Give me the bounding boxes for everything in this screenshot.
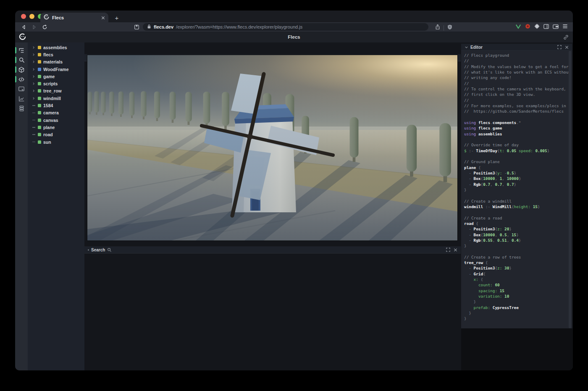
window-controls[interactable] [21, 14, 43, 19]
editor-panel: Editor // Flecs playground//// Modify th… [461, 44, 572, 328]
side-panel-icon[interactable] [543, 24, 549, 29]
code-line: // writing any code! [464, 75, 572, 80]
code-line: - Position3{z: 20} [464, 226, 572, 232]
chevron-right-icon[interactable] [32, 60, 36, 63]
chevron-right-icon[interactable] [32, 53, 36, 56]
fullscreen-icon[interactable] [446, 248, 450, 252]
chevron-right-icon[interactable] [32, 89, 36, 92]
chevron-right-icon[interactable] [32, 97, 36, 100]
magnifier-icon [107, 248, 112, 252]
fullscreen-icon[interactable] [557, 45, 562, 49]
entity-color-square [38, 111, 41, 114]
extension-v-icon[interactable] [515, 24, 521, 29]
url-bar[interactable]: flecs.dev /explorer/?wasm=https://www.fl… [143, 23, 428, 31]
code-line: - Box{10000, 0.5, 15} [464, 232, 572, 238]
code-line: plane { [464, 165, 572, 170]
bookmark-tab-icon[interactable] [134, 24, 139, 32]
search-panel-header[interactable]: Search [84, 246, 461, 254]
code-line: prefab: CypressTree [464, 305, 572, 310]
entity-label: game [43, 74, 55, 79]
forward-icon[interactable] [32, 24, 37, 30]
tree-item-assemblies[interactable]: assemblies [28, 44, 84, 51]
entity-label: windmill [43, 96, 61, 101]
leaf-dash-icon [32, 134, 36, 135]
share-icon[interactable] [435, 24, 440, 32]
canvas-3d-view[interactable] [87, 55, 457, 240]
leaf-dash-icon [32, 113, 36, 114]
rail-tool-script-editor[interactable] [15, 74, 28, 84]
tree-item-road[interactable]: road [28, 131, 84, 138]
reload-icon[interactable] [42, 24, 47, 30]
tab-strip: Flecs + [15, 11, 573, 22]
chevron-right-icon[interactable] [32, 46, 36, 49]
tree-item-scripts[interactable]: scripts [28, 80, 84, 87]
entity-label: canvas [43, 118, 58, 123]
entity-label: materials [43, 59, 63, 64]
tree-item-1584[interactable]: 1584 [28, 102, 84, 109]
entity-color-square [38, 126, 41, 129]
tree-item-sun[interactable]: sun [28, 138, 84, 145]
code-line [464, 193, 572, 198]
code-line: } [464, 299, 572, 304]
tree-item-plane[interactable]: plane [28, 124, 84, 131]
menu-icon[interactable] [562, 24, 568, 29]
rail-tool-tables[interactable] [15, 103, 28, 113]
code-line: spacing: 15 [464, 288, 572, 293]
chevron-right-icon[interactable] [32, 68, 36, 71]
tree-item-WoodFrame[interactable]: WoodFrame [28, 66, 84, 73]
code-line: using flecs.game [464, 125, 572, 131]
code-line: // Create a row of trees [464, 254, 572, 260]
code-line: windmill :- WindMill{height: 15} [464, 204, 572, 209]
rail-tool-query-search[interactable] [15, 55, 28, 65]
screen-cursor-icon [18, 86, 25, 92]
entity-label: plane [43, 125, 55, 130]
rows-icon [18, 105, 25, 112]
chevron-down-icon[interactable] [465, 45, 468, 49]
tree-item-materials[interactable]: materials [28, 58, 84, 66]
close-window-button[interactable] [21, 14, 26, 19]
new-tab-button[interactable]: + [113, 13, 121, 22]
chevron-right-icon[interactable] [32, 75, 36, 78]
puzzle-extensions-icon[interactable] [534, 24, 540, 29]
entity-label: 1584 [43, 103, 53, 108]
wallet-icon[interactable] [553, 24, 559, 29]
permalink-icon[interactable] [563, 34, 569, 42]
tree-item-canvas[interactable]: canvas [28, 116, 84, 124]
code-line: - Grid{ [464, 271, 572, 277]
close-icon[interactable] [565, 45, 569, 49]
tree-item-flecs[interactable]: flecs [28, 51, 84, 58]
entity-label: tree_row [43, 88, 62, 93]
close-icon[interactable] [454, 248, 457, 252]
browser-tab[interactable]: Flecs [40, 13, 108, 22]
rail-tool-statistics[interactable] [15, 94, 28, 103]
code-line: // [464, 81, 572, 86]
minimize-window-button[interactable] [29, 14, 34, 19]
chevron-right-icon[interactable] [32, 82, 36, 85]
cube-icon [18, 66, 25, 73]
entity-label: assemblies [43, 45, 67, 50]
extension-red-badge-icon[interactable] [525, 24, 530, 29]
shield-icon[interactable] [447, 24, 452, 32]
back-icon[interactable] [21, 24, 26, 30]
entity-color-square [38, 46, 41, 49]
tab-close-icon[interactable] [101, 14, 105, 21]
editor-scrollbar[interactable] [569, 51, 571, 328]
entity-color-square [38, 53, 41, 56]
leaf-dash-icon [32, 105, 36, 106]
code-editor-textarea[interactable]: // Flecs playground//// Modify the value… [461, 51, 572, 328]
code-line: } [464, 187, 572, 193]
tree-item-windmill[interactable]: windmill [28, 95, 84, 102]
rail-tool-entity-tree[interactable] [15, 45, 28, 55]
tree-item-camera[interactable]: camera [28, 109, 84, 116]
rail-tool-entities-3d[interactable] [15, 65, 28, 74]
tree-item-game[interactable]: game [28, 73, 84, 80]
code-line: // Ground plane [464, 159, 572, 164]
code-line: using flecs.components.* [464, 120, 572, 125]
browser-toolbar: flecs.dev /explorer/?wasm=https://www.fl… [15, 22, 573, 32]
code-line: variation: 10 [464, 293, 572, 299]
code-line [464, 153, 572, 159]
url-path: /explorer/?wasm=https://www.flecs.dev/ex… [176, 24, 302, 29]
tree-item-tree_row[interactable]: tree_row [28, 87, 84, 95]
rail-tool-inspector[interactable] [15, 84, 28, 94]
active-indicator [15, 47, 16, 53]
